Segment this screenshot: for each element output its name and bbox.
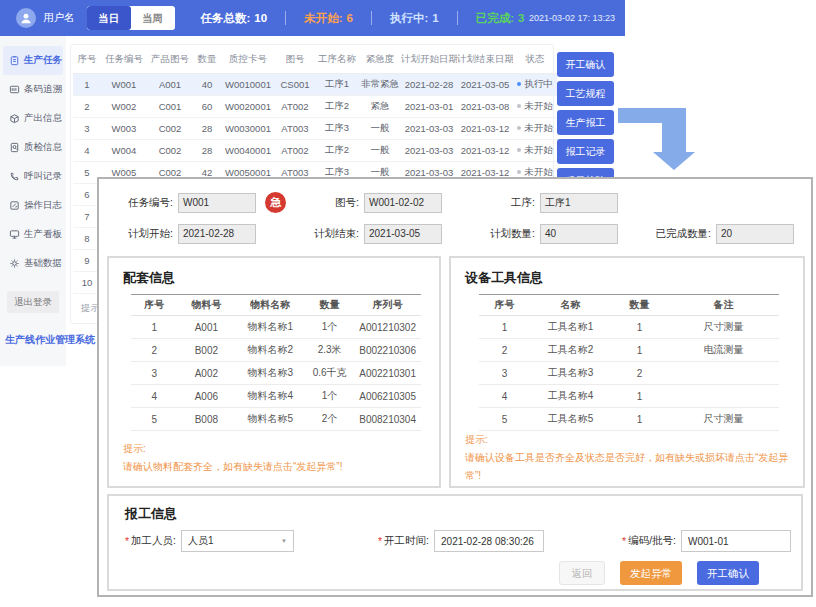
stat-label: 未开始:	[304, 12, 342, 24]
drawing-no-label: 图号:	[303, 196, 359, 210]
required-mark: *	[622, 535, 626, 547]
material-row: 4A006物料名称41个A006210305	[131, 385, 421, 408]
process-spec-button[interactable]: 工艺规程	[557, 81, 614, 106]
divider	[371, 11, 372, 25]
material-section: 配套信息 序号 物料号 物料名称 数量 序列号 1A001物料名称11个A001…	[107, 256, 441, 488]
plan-qty-field[interactable]: 40	[540, 224, 618, 244]
task-no-field[interactable]: W001	[178, 193, 256, 213]
table-row[interactable]: 2W002C00160W0020001AT002工序2紧急2021-03-012…	[73, 95, 557, 117]
table-header-row: 序号 任务编号 产品图号 数量 质控卡号 图号 工序名称 紧急度 计划开始日期 …	[73, 47, 557, 73]
col-plan-start: 计划开始日期	[401, 47, 457, 73]
col-plan-end: 计划结束日期	[457, 47, 513, 73]
tab-today[interactable]: 当日	[87, 6, 131, 30]
drawing-no-field[interactable]: W001-02-02	[364, 193, 442, 213]
tool-row: 1工具名称11尺寸测量	[479, 316, 779, 339]
col-qty: 数量	[193, 47, 221, 73]
plan-end-field[interactable]: 2021-03-05	[364, 224, 442, 244]
sidebar-item-label: 生产看板	[24, 228, 62, 241]
report-record-button[interactable]: 报工记录	[557, 139, 614, 164]
tool-section-title: 设备工具信息	[465, 269, 789, 287]
stat-label: 已完成:	[476, 12, 514, 24]
task-no-label: 任务编号:	[117, 196, 173, 210]
material-section-title: 配套信息	[123, 269, 425, 287]
sidebar-item-barcode-trace[interactable]: 条码追溯	[0, 75, 66, 104]
stat-total-tasks: 任务总数:10	[201, 11, 268, 26]
plan-qty-label: 计划数量:	[479, 227, 535, 241]
table-row[interactable]: 1W001A00140W0010001CS001工序1非常紧急2021-02-2…	[73, 73, 557, 95]
divider	[285, 11, 286, 25]
tool-tip: 提示: 请确认设备工具是否齐全及状态是否完好，如有缺失或损坏请点击“发起异常”!	[465, 431, 789, 485]
back-button[interactable]: 返回	[559, 561, 605, 585]
sidebar-item-label: 生产任务	[24, 54, 62, 67]
status-badge: 未开始	[524, 122, 553, 133]
urgent-badge: 急	[265, 192, 286, 213]
sidebar-item-production-task[interactable]: 生产任务	[3, 46, 63, 75]
phone-icon	[9, 171, 20, 182]
sidebar-item-production-board[interactable]: 生产看板	[0, 220, 66, 249]
stat-label: 执行中:	[390, 12, 428, 24]
batch-no-input[interactable]: W001-01	[681, 530, 791, 552]
table-row[interactable]: 4W004C00228W0040001AT002工序2一般2021-03-032…	[73, 139, 557, 161]
stat-value: 10	[254, 12, 267, 24]
timestamp: 2021-03-02 17: 13:23	[529, 13, 615, 23]
col-task-no: 任务编号	[101, 47, 147, 73]
material-table: 序号 物料号 物料名称 数量 序列号 1A001物料名称11个A00121030…	[131, 294, 421, 431]
topbar: 用户名 当日 当周 任务总数:10 未开始:6 执行中:1 已完成:3 2021…	[0, 0, 625, 36]
plan-start-label: 计划开始:	[117, 227, 173, 241]
user-avatar-icon[interactable]	[16, 8, 36, 28]
tool-row: 5工具名称51尺寸测量	[479, 408, 779, 431]
material-row: 3A002物料名称30.6千克A002210301	[131, 362, 421, 385]
sidebar-item-quality-info[interactable]: 质检信息	[0, 133, 66, 162]
flow-arrow-icon	[616, 106, 700, 172]
process-label: 工序:	[479, 196, 535, 210]
sidebar-item-label: 操作日志	[24, 199, 62, 212]
sidebar-item-base-data[interactable]: 基础数据	[0, 249, 66, 278]
period-tabs: 当日 当周	[87, 6, 175, 30]
worker-select[interactable]: 人员1 ▼	[181, 530, 294, 552]
sidebar-item-label: 呼叫记录	[24, 170, 62, 183]
stat-completed: 已完成:3	[476, 11, 525, 26]
tab-week[interactable]: 当周	[131, 6, 175, 30]
sidebar-item-label: 质检信息	[24, 141, 62, 154]
completed-qty-field[interactable]: 20	[716, 224, 794, 244]
stat-value: 6	[346, 12, 352, 24]
col-process: 工序名称	[315, 47, 359, 73]
start-time-input[interactable]: 2021-02-28 08:30:26	[434, 530, 544, 552]
worker-label: 加工人员:	[131, 534, 176, 548]
table-row[interactable]: 3W003C00228W0030001AT003工序3一般2021-03-032…	[73, 117, 557, 139]
tool-row: 4工具名称41	[479, 385, 779, 408]
sidebar-item-call-record[interactable]: 呼叫记录	[0, 162, 66, 191]
confirm-start-button[interactable]: 开工确认	[697, 561, 759, 585]
sidebar-item-label: 基础数据	[24, 257, 62, 270]
plan-end-label: 计划结束:	[303, 227, 359, 241]
quality-doc-icon	[9, 142, 20, 153]
sidebar-item-operation-log[interactable]: 操作日志	[0, 191, 66, 220]
col-status: 状态	[513, 47, 557, 73]
sidebar-item-output-info[interactable]: 产出信息	[0, 104, 66, 133]
start-confirm-button[interactable]: 开工确认	[557, 52, 614, 77]
stat-value: 3	[518, 12, 524, 24]
plan-start-field[interactable]: 2021-02-28	[178, 224, 256, 244]
sidebar-item-label: 条码追溯	[24, 83, 62, 96]
logout-button[interactable]: 退出登录	[7, 291, 59, 313]
barcode-icon	[9, 84, 20, 95]
report-section: 报工信息 * 加工人员: 人员1 ▼ * 开工时间: 2021-02-28 08…	[107, 494, 803, 591]
col-drawing: 图号	[275, 47, 315, 73]
raise-exception-button[interactable]: 发起异常	[620, 561, 682, 585]
process-field[interactable]: 工序1	[540, 193, 618, 213]
completed-qty-label: 已完成数量:	[655, 227, 711, 241]
production-report-button[interactable]: 生产报工	[557, 110, 614, 135]
sidebar: 生产任务 条码追溯 产出信息 质检信息 呼叫记录 操作日志 生产看板 基础数据	[0, 36, 66, 366]
tool-row: 3工具名称32	[479, 362, 779, 385]
log-icon	[9, 200, 20, 211]
col-product-no: 产品图号	[147, 47, 193, 73]
status-badge: 未开始	[524, 100, 553, 111]
col-qc-card: 质控卡号	[221, 47, 275, 73]
report-section-title: 报工信息	[125, 505, 785, 523]
chevron-down-icon: ▼	[281, 538, 287, 544]
username: 用户名	[43, 11, 75, 25]
stat-not-started: 未开始:6	[304, 11, 353, 26]
status-dot	[517, 104, 521, 108]
dashboard-icon	[9, 229, 20, 240]
system-name: 生产线作业管理系统	[5, 333, 95, 347]
